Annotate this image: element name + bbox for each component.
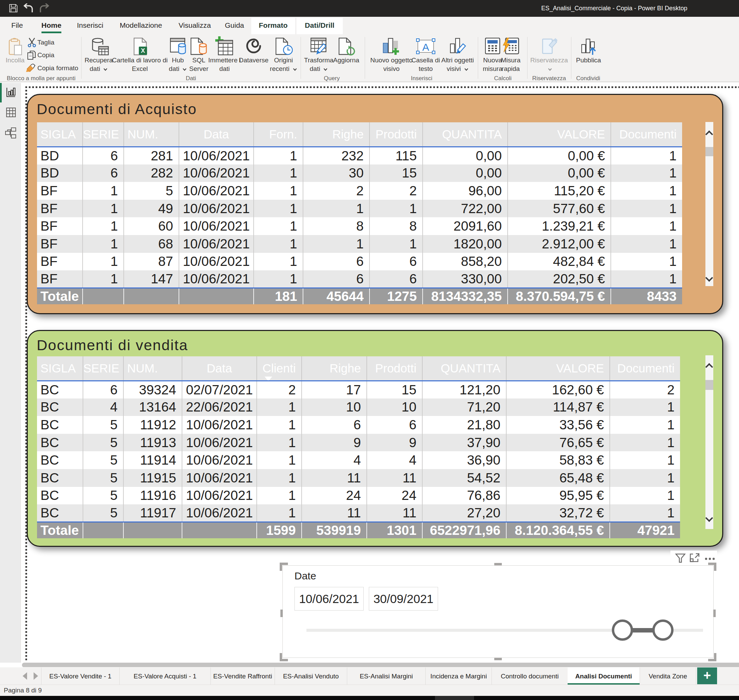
svg-text:X: X	[141, 47, 145, 54]
svg-text:A: A	[422, 41, 429, 53]
